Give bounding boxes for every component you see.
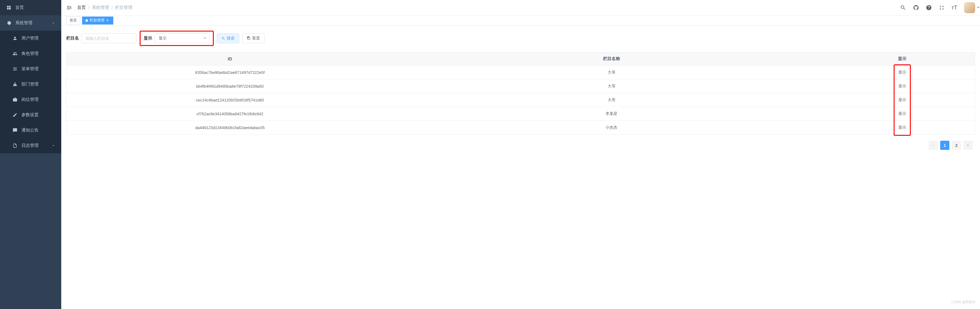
- page-prev[interactable]: [929, 141, 938, 150]
- table-row[interactable]: da449123d13449b0b1fa82aeedabac05小杰杰显示: [67, 121, 975, 134]
- table-cell-name: 李某星: [393, 107, 830, 121]
- chevron-up-icon: [51, 21, 55, 25]
- briefcase-icon: [12, 97, 18, 102]
- breadcrumb-sep: /: [111, 5, 113, 10]
- highlight-show-filter: 显示 显示: [140, 30, 214, 46]
- table-cell-id: cf762ac6e3414058ba9427fe1fb9c642: [67, 107, 393, 121]
- sidebar-item-log[interactable]: 日志管理: [0, 138, 61, 153]
- svg-rect-0: [15, 82, 16, 83]
- github-icon[interactable]: [913, 5, 919, 11]
- sidebar-item-dept[interactable]: 部门管理: [0, 77, 61, 92]
- help-icon[interactable]: [926, 5, 932, 11]
- chevron-down-icon: [51, 144, 55, 147]
- list-icon: [12, 66, 18, 72]
- header-actions: тT: [900, 2, 975, 13]
- dashboard-icon: [6, 5, 12, 10]
- font-size-icon[interactable]: тT: [951, 5, 957, 11]
- user-icon: [12, 35, 18, 41]
- table-header-id: ID: [67, 53, 393, 66]
- search-button[interactable]: 搜索: [217, 34, 239, 43]
- sidebar-home[interactable]: 首页: [0, 0, 61, 15]
- avatar[interactable]: [964, 2, 975, 13]
- tabs-bar: 首页 栏目管理 ✕: [61, 15, 980, 26]
- sidebar-item-notice[interactable]: 通知公告: [0, 123, 61, 138]
- sidebar-item-post[interactable]: 岗位管理: [0, 92, 61, 107]
- tab-label: 首页: [70, 18, 77, 23]
- users-icon: [12, 51, 18, 56]
- tab-column-management[interactable]: 栏目管理 ✕: [82, 16, 113, 24]
- pagination: 1 2: [66, 141, 975, 150]
- sidebar-item-label: 通知公告: [21, 128, 38, 133]
- search-icon: [221, 37, 225, 40]
- gear-icon: [6, 20, 12, 26]
- show-label: 显示: [144, 35, 152, 41]
- search-button-label: 搜索: [227, 35, 235, 41]
- table-container: ID 栏目名称 显示 8356ac7be90a4bd2ae671497d7322…: [66, 52, 975, 134]
- message-icon: [12, 128, 18, 133]
- refresh-icon: [247, 37, 251, 40]
- sidebar-item-label: 岗位管理: [21, 97, 38, 102]
- table-cell-id: da449123d13449b0b1fa82aeedabac05: [67, 121, 393, 134]
- name-label: 栏目名: [66, 35, 79, 41]
- breadcrumb-item[interactable]: 系统管理: [92, 5, 109, 10]
- sidebar-system-management[interactable]: 系统管理: [0, 15, 61, 30]
- table-cell-name: 大哥: [393, 93, 830, 107]
- table-cell-show: 显示: [830, 79, 975, 93]
- sidebar-item-label: 参数设置: [21, 112, 38, 118]
- table-row[interactable]: 8356ac7be90a4bd2ae671497d7322e5f大哥显示: [67, 66, 975, 79]
- sidebar-item-label: 用户管理: [21, 35, 38, 41]
- avatar-caret-icon: [977, 7, 979, 9]
- log-icon: [12, 143, 18, 148]
- hamburger-icon[interactable]: [66, 5, 72, 11]
- svg-rect-3: [16, 85, 17, 86]
- svg-rect-1: [13, 85, 14, 86]
- chevron-down-icon: [204, 38, 207, 39]
- tree-icon: [12, 82, 18, 87]
- form-group-name: 栏目名: [66, 34, 137, 43]
- tab-home[interactable]: 首页: [66, 16, 80, 24]
- tab-active-dot-icon: [86, 19, 88, 22]
- sidebar-system-label: 系统管理: [15, 20, 32, 26]
- search-bar: 栏目名 显示 显示 搜索: [66, 30, 975, 46]
- table-cell-show: 显示: [830, 66, 975, 79]
- sidebar-home-label: 首页: [15, 5, 24, 10]
- breadcrumb-sep: /: [88, 5, 89, 10]
- svg-rect-2: [15, 85, 16, 86]
- table-row[interactable]: cec14c4bad124120925b9f18f5741d80大哥显示: [67, 93, 975, 107]
- main-content: 首页 / 系统管理 / 栏目管理 тT: [61, 0, 980, 309]
- table-row[interactable]: cf762ac6e3414058ba9427fe1fb9c642李某星显示: [67, 107, 975, 121]
- sidebar-item-label: 日志管理: [21, 143, 38, 148]
- breadcrumb-item: 栏目管理: [115, 5, 132, 10]
- page-2[interactable]: 2: [952, 141, 961, 150]
- sidebar-item-label: 菜单管理: [21, 66, 38, 72]
- sidebar-item-label: 角色管理: [21, 51, 38, 56]
- fullscreen-icon[interactable]: [939, 5, 945, 11]
- sidebar-item-roles[interactable]: 角色管理: [0, 46, 61, 61]
- table-header-name: 栏目名称: [393, 53, 830, 66]
- show-select[interactable]: 显示: [155, 34, 210, 43]
- name-input[interactable]: [81, 34, 137, 43]
- sidebar-item-label: 部门管理: [21, 82, 38, 87]
- tab-label: 栏目管理: [90, 18, 105, 23]
- table-header-show: 显示: [830, 53, 975, 66]
- table-cell-show: 显示: [830, 93, 975, 107]
- table-cell-name: 小杰杰: [393, 121, 830, 134]
- data-table: ID 栏目名称 显示 8356ac7be90a4bd2ae671497d7322…: [66, 52, 975, 134]
- table-cell-id: bb4fb4f491d9495ba8e79f7224209a50: [67, 79, 393, 93]
- page-1[interactable]: 1: [940, 141, 950, 150]
- watermark: CSDN @西寳衣: [951, 300, 975, 304]
- show-select-value: 显示: [159, 35, 167, 41]
- breadcrumb: 首页 / 系统管理 / 栏目管理: [77, 5, 132, 10]
- table-cell-show: 显示: [830, 107, 975, 121]
- sidebar-item-params[interactable]: 参数设置: [0, 107, 61, 123]
- close-icon[interactable]: ✕: [106, 19, 110, 22]
- sidebar-item-users[interactable]: 用户管理: [0, 30, 61, 46]
- page-next[interactable]: [964, 141, 973, 150]
- table-row[interactable]: bb4fb4f491d9495ba8e79f7224209a50大哥显示: [67, 79, 975, 93]
- header: 首页 / 系统管理 / 栏目管理 тT: [61, 0, 980, 15]
- sidebar: 首页 系统管理 用户管理 角色管理 菜单管: [0, 0, 61, 309]
- search-icon[interactable]: [900, 5, 906, 11]
- sidebar-item-menu[interactable]: 菜单管理: [0, 61, 61, 77]
- breadcrumb-home[interactable]: 首页: [77, 5, 86, 10]
- reset-button[interactable]: 重置: [242, 34, 265, 43]
